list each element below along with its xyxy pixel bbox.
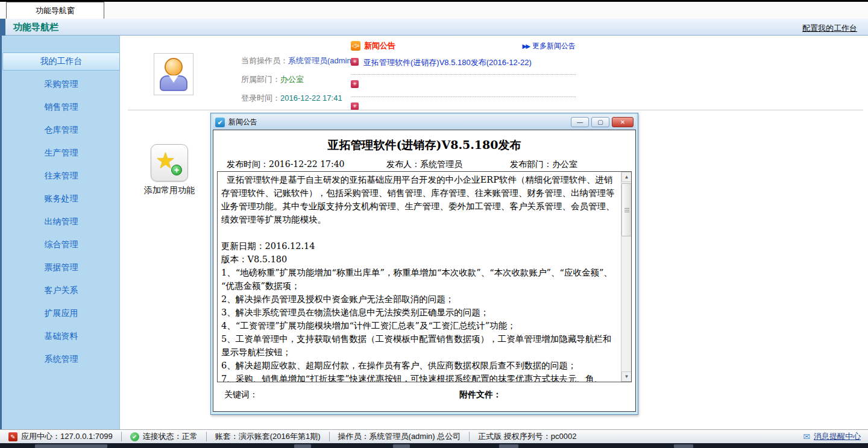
sidebar-item[interactable]: 客户关系 [2, 282, 120, 300]
header-bar: 功能导航栏 配置我的工作台 [0, 19, 868, 36]
news-panel: ◁» 新闻公告 ▶▶ 更多新闻公告 ✳亚拓管理软件(进销存)V8.5.180发布… [351, 39, 576, 119]
license-text: 正式版 授权序列号：pc0002 [478, 431, 576, 442]
connection-text: 连接状态：正常 [143, 431, 198, 442]
attachments-label: 附件文件： [459, 390, 502, 400]
taskbar-segment [393, 444, 410, 448]
taskbar-segment [35, 444, 107, 448]
article-title: 亚拓管理软件(进销存)V8.5.180发布 [213, 137, 635, 153]
check-logo-icon: ✔ [215, 118, 225, 127]
message-center-label: 消息提醒中心 [814, 431, 861, 442]
scroll-down-icon[interactable]: ▼ [621, 371, 632, 382]
login-time-label: 登录时间： [241, 93, 280, 103]
news-dialog: ✔ 新闻公告 — ▢ ✕ 亚拓管理软件(进销存)V8.5.180发布 发布时间：… [210, 113, 638, 415]
restore-button[interactable]: ▢ [591, 117, 609, 127]
news-item-text: 亚拓管理软件(进销存)V8.5.180发布(2016-12-22) [363, 57, 532, 68]
operator-row: 当前操作员：系统管理员(admin) [241, 51, 354, 70]
login-time-value: 2016-12-22 17:41 [280, 93, 342, 103]
keywords-label: 关键词： [224, 390, 258, 400]
department-row: 所属部门：办公室 [241, 70, 354, 89]
news-item[interactable]: ✳ [351, 75, 576, 97]
user-info: 当前操作员：系统管理员(admin) 所属部门：办公室 登录时间：2016-12… [241, 51, 354, 107]
speaker-icon: ◁» [351, 41, 360, 51]
dialog-title: 新闻公告 [228, 117, 257, 127]
sidebar-item[interactable]: 往来管理 [2, 167, 120, 185]
double-arrow-icon: ▶▶ [523, 43, 529, 49]
body-area: 我的工作台采购管理销售管理仓库管理生产管理往来管理账务处理出纳管理综合管理票据管… [0, 36, 868, 429]
sidebar-item[interactable]: 综合管理 [2, 236, 120, 254]
avatar-collar-icon [169, 75, 178, 83]
app-center-text: 应用中心：127.0.0.1:7099 [21, 431, 113, 442]
sidebar-nav: 我的工作台采购管理销售管理仓库管理生产管理往来管理账务处理出纳管理综合管理票据管… [0, 36, 120, 429]
connection-status: ✔ 连接状态：正常 [122, 431, 206, 442]
sidebar-item[interactable]: 销售管理 [2, 98, 120, 116]
article-body-box: 亚拓管理软件是基于自主研发的亚拓基础应用平台开发的中小企业ERP软件（精细化管理… [217, 171, 632, 382]
article-body-line: 5、工资单管理中，支持获取销售数据（工资模板中配置销售数据项），工资单管理增加隐… [221, 332, 619, 359]
sidebar-item[interactable]: 票据管理 [2, 259, 120, 277]
envelope-icon: ✉ [803, 432, 810, 441]
sidebar-item[interactable]: 仓库管理 [2, 121, 120, 139]
news-item[interactable]: ✳亚拓管理软件(进销存)V8.5.180发布(2016-12-22) [351, 52, 576, 75]
article-body-line: 版本：V8.5.180 [221, 253, 619, 266]
publish-time: 发布时间：2016-12-22 17:40 [227, 159, 345, 170]
article-body-line: 7、采购、销售单增加“打折抹零”快速优惠按钮，可快速根据系统配置的抹零优惠方式抹… [221, 372, 619, 382]
more-news-label: 更多新闻公告 [532, 41, 576, 51]
article-body-text: 亚拓管理软件是基于自主研发的亚拓基础应用平台开发的中小企业ERP软件（精细化管理… [218, 172, 620, 382]
tab-function-navigation[interactable]: 功能导航窗 [6, 2, 104, 19]
minimize-button[interactable]: — [571, 117, 589, 127]
article-body-line: 1、“地磅称重”扩展功能增加“称重出库单”，称重单增加“本次收款”、“本次收款账… [221, 266, 619, 292]
sidebar-item[interactable]: 基础资料 [2, 327, 120, 345]
announcement-icon: ✳ [351, 80, 359, 88]
license-status: 正式版 授权序列号：pc0002 [470, 431, 585, 442]
operator-status: 操作员：系统管理员(admin) 总公司 [330, 431, 470, 442]
message-center-link[interactable]: ✉ 消息提醒中心 [803, 431, 868, 442]
account-set-text: 账套：演示账套(2016年第1期) [215, 431, 321, 442]
avatar-head-icon [165, 58, 183, 76]
sidebar-item[interactable]: 账务处理 [2, 190, 120, 208]
main-content: 当前操作员：系统管理员(admin) 所属部门：办公室 登录时间：2016-12… [122, 36, 868, 429]
page-title: 功能导航栏 [13, 22, 58, 33]
close-button[interactable]: ✕ [612, 117, 634, 127]
dialog-content: 亚拓管理软件(进销存)V8.5.180发布 发布时间：2016-12-22 17… [213, 130, 636, 412]
sidebar-item[interactable]: 系统管理 [2, 350, 120, 368]
dialog-footer: 关键词： 附件文件： [213, 390, 635, 404]
red-app-icon: ✎ [8, 432, 17, 441]
article-body-line: 6、解决超期应收款、超期应付款，在操作员有客户、供应商数据权限后查不到数据的问题… [221, 359, 619, 372]
sidebar-item[interactable]: 生产管理 [2, 144, 120, 162]
login-time-row: 登录时间：2016-12-22 17:41 [241, 89, 354, 107]
dialog-titlebar[interactable]: ✔ 新闻公告 — ▢ ✕ [213, 115, 636, 130]
add-common-function-button[interactable]: ★ + [151, 144, 188, 181]
sidebar-item[interactable]: 采购管理 [2, 75, 120, 93]
plus-badge-icon: + [171, 165, 182, 175]
department-label: 所属部门： [241, 75, 280, 84]
operator-text: 操作员：系统管理员(admin) 总公司 [338, 431, 461, 442]
divider [128, 110, 863, 110]
taskbar-strip [0, 443, 868, 448]
sidebar-item[interactable]: 出纳管理 [2, 213, 120, 231]
department-value: 办公室 [280, 75, 304, 84]
configure-workbench-link[interactable]: 配置我的工作台 [802, 23, 857, 34]
taskbar-segment [499, 444, 518, 448]
app-window: 功能导航窗 功能导航栏 配置我的工作台 我的工作台采购管理销售管理仓库管理生产管… [0, 0, 868, 448]
account-set-status: 账套：演示账套(2016年第1期) [207, 431, 329, 442]
taskbar-segment [674, 444, 693, 448]
more-news-link[interactable]: ▶▶ 更多新闻公告 [523, 41, 576, 51]
add-common-function-label: 添加常用功能 [122, 185, 216, 196]
announcement-icon: ✳ [351, 58, 359, 66]
article-body-line: 4、“工资管理”扩展功能模块增加“计件工资汇总表”及“工资汇总统计”功能； [221, 319, 619, 332]
scrollbar[interactable]: ▲ ▼ [621, 172, 631, 382]
article-body-line: 亚拓管理软件是基于自主研发的亚拓基础应用平台开发的中小企业ERP软件（精细化管理… [221, 173, 619, 226]
header-accent-bar [0, 19, 5, 36]
sidebar-item[interactable]: 我的工作台 [2, 52, 120, 71]
scrollbar-thumb[interactable] [621, 183, 632, 236]
sidebar-item[interactable]: 扩展应用 [2, 304, 120, 323]
news-header: ◁» 新闻公告 ▶▶ 更多新闻公告 [351, 39, 576, 52]
operator-value: 系统管理员(admin) [288, 56, 354, 65]
article-body-line [221, 226, 619, 239]
scroll-up-icon[interactable]: ▲ [621, 172, 632, 182]
app-center-status: ✎ 应用中心：127.0.0.1:7099 [0, 431, 121, 442]
tab-bar: 功能导航窗 [0, 2, 868, 19]
publish-department: 发布部门：办公室 [510, 159, 577, 170]
status-bar: ✎ 应用中心：127.0.0.1:7099 ✔ 连接状态：正常 账套：演示账套(… [0, 429, 868, 443]
avatar [154, 53, 193, 95]
publisher: 发布人：系统管理员 [386, 159, 462, 170]
